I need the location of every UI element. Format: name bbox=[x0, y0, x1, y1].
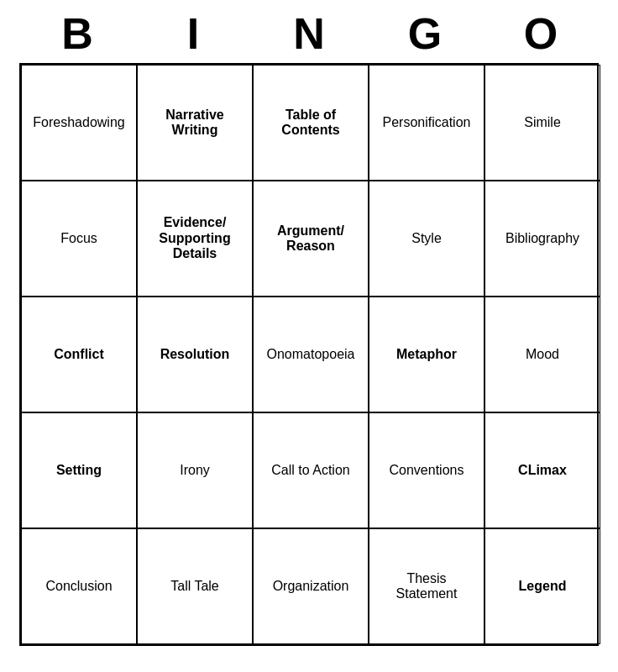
letter-o: O bbox=[483, 8, 599, 59]
bingo-cell-6[interactable]: Evidence/ Supporting Details bbox=[137, 181, 253, 297]
bingo-cell-9[interactable]: Bibliography bbox=[484, 181, 600, 297]
bingo-cell-15[interactable]: Setting bbox=[21, 412, 137, 528]
bingo-cell-3[interactable]: Personification bbox=[369, 65, 484, 181]
bingo-cell-5[interactable]: Focus bbox=[21, 181, 137, 297]
bingo-header: B I N G O bbox=[19, 0, 599, 63]
bingo-cell-11[interactable]: Resolution bbox=[137, 297, 253, 412]
bingo-cell-24[interactable]: Legend bbox=[484, 528, 600, 644]
letter-i: I bbox=[135, 8, 251, 59]
letter-b: B bbox=[19, 8, 135, 59]
letter-n: N bbox=[251, 8, 367, 59]
bingo-cell-18[interactable]: Conventions bbox=[369, 412, 484, 528]
bingo-cell-1[interactable]: Narrative Writing bbox=[137, 65, 253, 181]
bingo-cell-12[interactable]: Onomatopoeia bbox=[253, 297, 369, 412]
bingo-cell-4[interactable]: Simile bbox=[484, 65, 600, 181]
bingo-cell-0[interactable]: Foreshadowing bbox=[21, 65, 137, 181]
bingo-cell-14[interactable]: Mood bbox=[484, 297, 600, 412]
bingo-cell-13[interactable]: Metaphor bbox=[369, 297, 484, 412]
letter-g: G bbox=[367, 8, 483, 59]
bingo-cell-19[interactable]: CLimax bbox=[484, 412, 600, 528]
bingo-cell-17[interactable]: Call to Action bbox=[253, 412, 369, 528]
bingo-cell-2[interactable]: Table of Contents bbox=[253, 65, 369, 181]
bingo-cell-22[interactable]: Organization bbox=[253, 528, 369, 644]
bingo-cell-16[interactable]: Irony bbox=[137, 412, 253, 528]
bingo-cell-8[interactable]: Style bbox=[369, 181, 484, 297]
bingo-grid: ForeshadowingNarrative WritingTable of C… bbox=[19, 63, 599, 646]
bingo-cell-23[interactable]: Thesis Statement bbox=[369, 528, 484, 644]
bingo-cell-21[interactable]: Tall Tale bbox=[137, 528, 253, 644]
bingo-cell-7[interactable]: Argument/ Reason bbox=[253, 181, 369, 297]
bingo-cell-20[interactable]: Conclusion bbox=[21, 528, 137, 644]
bingo-cell-10[interactable]: Conflict bbox=[21, 297, 137, 412]
